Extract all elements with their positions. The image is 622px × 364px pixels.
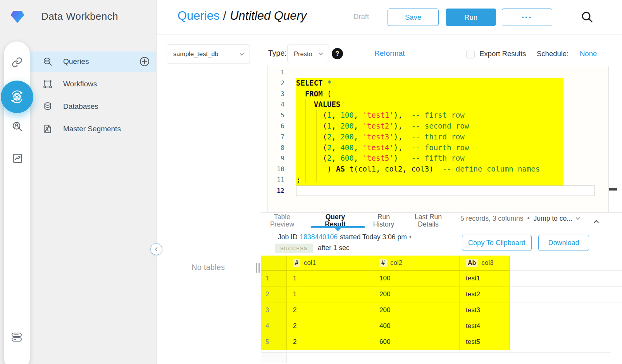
save-button[interactable]: Save (388, 9, 439, 26)
active-line-box[interactable] (296, 185, 595, 196)
editor-code-line[interactable]: (2, 600, 'test5') -- fifth row (296, 153, 465, 164)
row-number-cell: 1 (261, 271, 287, 287)
table-cell[interactable]: 1 (287, 287, 373, 302)
editor-code-line[interactable]: VALUES (296, 99, 340, 110)
table-cell[interactable]: 200 (373, 302, 460, 318)
audience-search-icon[interactable] (12, 121, 23, 134)
table-row[interactable]: 32200test3 (261, 302, 622, 318)
editor-code-line[interactable]: FROM ( (296, 89, 332, 100)
column-name: col2 (390, 259, 402, 267)
job-info: Job ID 1838440106 started Today 3:06 pm … (278, 232, 412, 242)
editor-line-number: 8 (268, 143, 286, 153)
toggles-icon[interactable] (11, 331, 22, 344)
database-select[interactable]: sample_test_db (167, 44, 250, 64)
link-icon[interactable] (12, 57, 22, 69)
editor-code-line[interactable]: (2, 200, 'test3'), -- third row (296, 132, 465, 143)
column-header-col2[interactable]: #col2 (373, 256, 460, 271)
scrollbar-thumb[interactable] (609, 188, 617, 191)
job-id-label: Job ID (278, 233, 298, 241)
collapse-sidebar-button[interactable] (150, 243, 162, 255)
editor-line-number: 12 (268, 185, 286, 196)
panel-resize-handle[interactable] (256, 263, 260, 273)
job-started-text: started Today 3:06 pm (340, 233, 407, 241)
sidebar-divider (156, 0, 157, 364)
diamond-logo-icon (10, 11, 24, 23)
chevron-down-icon[interactable] (575, 215, 580, 220)
table-cell[interactable]: test2 (460, 287, 510, 302)
tab-label: Last Run (405, 213, 452, 221)
run-button[interactable]: Run (446, 9, 496, 26)
table-filler-cell (510, 287, 622, 302)
table-cell[interactable]: 600 (373, 334, 460, 350)
column-header-col1[interactable]: #col1 (287, 256, 373, 271)
table-cell[interactable]: test3 (460, 302, 510, 318)
tab-table-preview[interactable]: Table Preview (260, 213, 304, 228)
table-row[interactable]: 42400test4 (261, 318, 622, 334)
table-row[interactable]: 11100test1 (261, 271, 622, 287)
download-button[interactable]: Download (538, 235, 589, 251)
reformat-link[interactable]: Reformat (374, 49, 405, 58)
sidebar-item-master-segments[interactable]: Master Segments (30, 119, 156, 139)
header-brand-area: Data Workbench (0, 0, 156, 35)
analytics-icon[interactable] (12, 153, 23, 165)
copy-to-clipboard-button[interactable]: Copy To Clipboard (462, 235, 532, 251)
tab-run-history[interactable]: Run History (364, 213, 404, 228)
more-actions-button[interactable]: ••• (502, 9, 552, 26)
type-label: Type: (268, 49, 287, 58)
tab-last-run-details[interactable]: Last Run Details (405, 213, 452, 228)
table-header-row: #col1#col2Abcol3 (261, 256, 622, 271)
editor-code-line[interactable]: (1, 100, 'test1'), -- first row (296, 110, 465, 121)
results-summary: 5 records, 3 columns • Jump to co... (460, 213, 579, 223)
schedule-value-link[interactable]: None (580, 50, 597, 58)
table-cell[interactable]: 2 (287, 302, 373, 318)
sidebar-item-label: Workflows (63, 80, 97, 88)
table-cell[interactable]: test5 (460, 334, 510, 350)
editor-line-number: 1 (268, 67, 286, 78)
row-number-cell: 4 (261, 318, 287, 334)
editor-code-line[interactable]: (1, 200, 'test2'), -- second row (296, 121, 469, 132)
export-results-checkbox[interactable] (466, 50, 475, 58)
table-cell[interactable]: test1 (460, 271, 510, 287)
table-empty-row-cell (261, 352, 287, 363)
editor-code-line[interactable]: SELECT * (296, 78, 332, 89)
collapse-panel-icon[interactable] (594, 220, 599, 225)
row-number-cell: 2 (261, 287, 287, 302)
table-row[interactable]: 52600test5 (261, 334, 622, 350)
tab-label: Query (309, 213, 361, 221)
sidebar-item-databases[interactable]: Databases (30, 96, 156, 117)
plus-circle-icon[interactable] (139, 56, 150, 67)
editor-code-line[interactable]: (2, 400, 'test4'), -- fourth row (296, 143, 469, 153)
editor-code-line[interactable]: ) AS t(col1, col2, col3) -- define colum… (296, 164, 540, 175)
sync-settings-icon[interactable] (1, 81, 33, 113)
editor-code-line[interactable]: ; (296, 175, 300, 185)
table-cell[interactable]: 1 (287, 271, 373, 287)
breadcrumb-section-link[interactable]: Queries (177, 9, 220, 23)
help-icon[interactable]: ? (332, 48, 343, 59)
sidebar-item-queries[interactable]: Queries (30, 52, 156, 72)
table-cell[interactable]: 200 (373, 287, 460, 302)
export-results-label: Export Results (479, 50, 526, 58)
table-cell[interactable]: 2 (287, 334, 373, 350)
page-title[interactable]: Untitled Query (230, 9, 307, 23)
editor-line-number: 7 (268, 132, 286, 143)
table-cell[interactable]: 2 (287, 318, 373, 334)
success-badge: SUCCESS (275, 244, 313, 253)
engine-select[interactable]: Presto (287, 45, 329, 63)
search-icon[interactable] (581, 10, 594, 24)
tab-label: Run (364, 213, 404, 221)
sidebar-item-workflows[interactable]: Workflows (30, 74, 156, 94)
sql-editor[interactable]: 12SELECT *3 FROM (4 VALUES5 (1, 100, 'te… (267, 66, 609, 212)
table-cell[interactable]: 100 (373, 271, 460, 287)
job-id-link[interactable]: 1838440106 (300, 233, 338, 241)
table-row[interactable]: 21200test2 (261, 287, 622, 302)
editor-line-number: 9 (268, 153, 286, 164)
result-table: #col1#col2Abcol311100test121200test23220… (261, 256, 622, 350)
jump-to-column-dropdown[interactable]: Jump to co... (534, 215, 572, 223)
chevron-down-icon (239, 51, 244, 55)
editor-line-number: 2 (268, 78, 286, 89)
workflow-icon (43, 79, 53, 89)
record-count: 5 records, 3 columns (460, 215, 523, 223)
table-cell[interactable]: test4 (460, 318, 510, 334)
column-header-col3[interactable]: Abcol3 (460, 256, 510, 271)
table-cell[interactable]: 400 (373, 318, 460, 334)
